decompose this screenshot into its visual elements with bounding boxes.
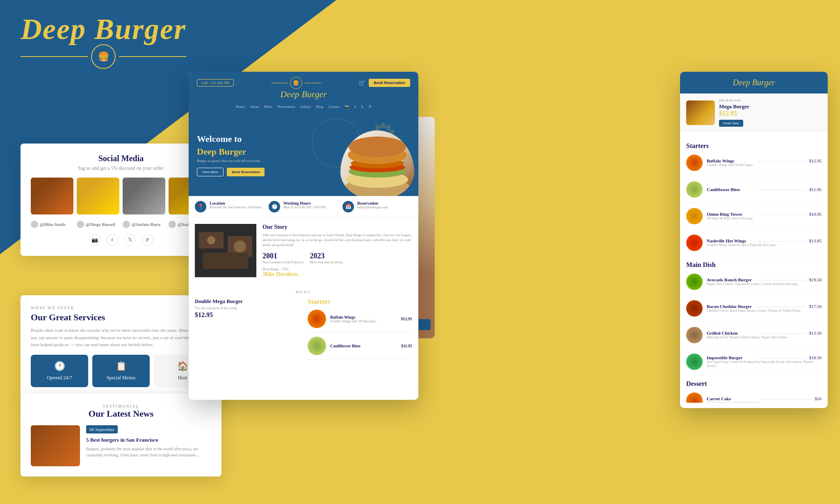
info-hours: 🕐 Working Hours Mon To Fri 9:00 AM - 9:0… (269, 201, 338, 212)
hours-label: Working Hours (283, 201, 325, 205)
news-content: 08 September 5 Best burgers in San Franc… (86, 425, 211, 458)
starter-nashville-img (686, 235, 703, 251)
info-strip: 📍 Location Riverside Dr, San Francisco, … (189, 196, 418, 218)
reservation-icon: 📅 (342, 201, 354, 212)
username-2: @Diego Russell (77, 221, 119, 228)
nav-home[interactable]: Home (236, 105, 245, 109)
location-icon: 📍 (195, 201, 206, 212)
dessert-carrot-name: Carrot Cake (707, 396, 757, 401)
main-avocado-name: Avocado Ranch Burger (707, 277, 754, 282)
site-brand: Deep Burger (197, 89, 410, 100)
starter-onion-desc: 5N Sauce & Blue Cheese Dressing (707, 217, 822, 221)
stat-2023: 2023 More than nine locations. (310, 252, 343, 264)
site-story: Our Story With nine locations in San Fra… (189, 218, 418, 284)
pick-order-btn[interactable]: Order Now (719, 120, 743, 127)
starter-buffalo-desc: 4 Jumbo Wings with 5N Hot Sauce (707, 163, 822, 167)
menu-cauliflower-name: Cauliflower Bites (330, 344, 397, 348)
featured-desc: Try our top pick of the week. (195, 306, 299, 310)
site-logo-line-r (305, 83, 321, 83)
menu-cauliflower-price: $11.95 (401, 344, 412, 348)
menu-buffalo-name: Buffalo Wings (330, 315, 397, 319)
news-body: Burgers, probably the most popular dish … (86, 446, 211, 458)
main-bacon-img (686, 300, 703, 317)
nav-reservation[interactable]: Reservation (278, 105, 295, 109)
right-menu-panel: Deep Burger pick of the week Mega Burger… (680, 72, 828, 408)
news-date-badge: 08 September (86, 425, 118, 433)
menu-dessert-carrot: Carrot Cake $10 Cream Cheese Icing, Peca… (686, 392, 822, 403)
menu-starter-nashville: Nashville Hot Wings $13.85 4 Jumbo Wings… (686, 235, 822, 256)
site-header: Call - 123 456 789 🍔 🛒 Book Reservation … (189, 72, 418, 114)
site-instagram-icon[interactable]: 📷 (345, 105, 349, 109)
main-impossible-img (686, 353, 703, 370)
nav-blog[interactable]: Blog (316, 105, 324, 109)
main-bacon-name: Bacon Cheddar Burger (707, 304, 754, 309)
starter-buffalo-img (686, 155, 703, 171)
menu-icon: 📋 (96, 361, 146, 372)
instagram-icon[interactable]: 📷 (89, 234, 100, 246)
site-logo-circle: 🍔 (290, 77, 302, 89)
starter-cauliflower-img (686, 181, 703, 198)
nav-contact[interactable]: Contact (328, 105, 340, 109)
starter-nashville-price: $13.85 (809, 238, 822, 243)
menu-label: MENU (195, 290, 412, 294)
site-twitter-icon[interactable]: 𝕏 (361, 105, 364, 109)
pinterest-icon[interactable]: P (142, 234, 153, 246)
service-open-label: Opened 24/7 (35, 375, 84, 381)
hero-book-btn[interactable]: Book Reservation (227, 168, 265, 176)
social-img-1 (31, 178, 73, 214)
hours-icon: 🕐 (269, 201, 280, 212)
social-subtitle: Tag us and get a 5% discount on your ord… (31, 165, 211, 171)
services-title: Our Great Services (31, 312, 211, 323)
facebook-icon[interactable]: f (107, 234, 118, 246)
nav-about[interactable]: About (250, 105, 259, 109)
menu-buffalo-price: $12.95 (401, 317, 413, 321)
site-facebook-icon[interactable]: f (354, 105, 356, 109)
menu-main-grilled: Grilled Chicken $13.50 BBQ Spiced All Na… (686, 327, 822, 349)
pick-image (686, 100, 715, 125)
featured-name: Double Mega Burger (195, 298, 299, 305)
location-value: Riverside Dr, San Francisco, California (210, 205, 261, 209)
twitter-icon[interactable]: 𝕏 (124, 234, 136, 246)
cart-icon[interactable]: 🛒 (358, 80, 365, 87)
right-panel-header: Deep Burger (680, 72, 828, 94)
dessert-carrot-price: $10 (815, 396, 822, 401)
social-img-2 (77, 178, 119, 214)
story-title: Our Story (262, 224, 412, 230)
right-panel-title: Deep Burger (688, 78, 819, 87)
menu-starter-cauliflower: Cauliflower Bites $11.95 (686, 181, 822, 203)
news-label: TESTIMONIAL (31, 404, 211, 408)
story-signature: Mike Davidsen (262, 271, 412, 278)
reservation-value: hello@deepburger.com (357, 205, 388, 209)
story-image (195, 224, 256, 277)
pick-badge: pick of the week (719, 98, 749, 102)
main-impossible-price: $18.50 (809, 355, 822, 360)
starter-onion-price: $10.95 (809, 212, 822, 217)
story-credit: Deep Burger - CEO (262, 267, 412, 271)
site-book-button[interactable]: Book Reservation (369, 79, 410, 87)
nav-menu[interactable]: Menu (264, 105, 273, 109)
services-description: People often want to know the reasons wh… (31, 327, 211, 349)
location-label: Location (210, 201, 261, 205)
starter-onion-img (686, 208, 703, 224)
item-dots (758, 333, 805, 334)
site-pinterest-icon[interactable]: P (369, 105, 371, 109)
main-logo-title: Deep Burger (21, 12, 186, 46)
main-bacon-desc: Cheddar Cheese, Black Label Bacon, Lettu… (707, 309, 822, 313)
nav-gallery[interactable]: Gallery (300, 105, 311, 109)
main-impossible-desc: Our Vegan Patty Created & Produced by Im… (707, 360, 822, 369)
story-text: With nine locations in San Francisco and… (262, 233, 412, 248)
featured-price: $12.95 (195, 311, 299, 319)
right-menu-body: Starters Buffalo Wings $12.95 4 Jumbo Wi… (680, 132, 828, 403)
menu-main-bacon: Bacon Cheddar Burger $17.50 Cheddar Chee… (686, 300, 822, 322)
social-img-3 (123, 178, 165, 214)
dessert-section-title: Dessert (686, 380, 822, 388)
info-location: 📍 Location Riverside Dr, San Francisco, … (195, 201, 265, 212)
menu-starters-title: Starters (308, 298, 412, 306)
clock-icon: 🕐 (35, 361, 84, 372)
hero-subtitle: Burger so good, that you will tell every… (197, 159, 410, 163)
site-call-button[interactable]: Call - 123 456 789 (197, 79, 234, 87)
starter-cauliflower-price: $11.95 (809, 187, 822, 192)
svg-point-12 (234, 240, 246, 253)
menu-cauliflower-img (308, 337, 326, 355)
hero-view-menu-btn[interactable]: View Menu (197, 168, 224, 176)
